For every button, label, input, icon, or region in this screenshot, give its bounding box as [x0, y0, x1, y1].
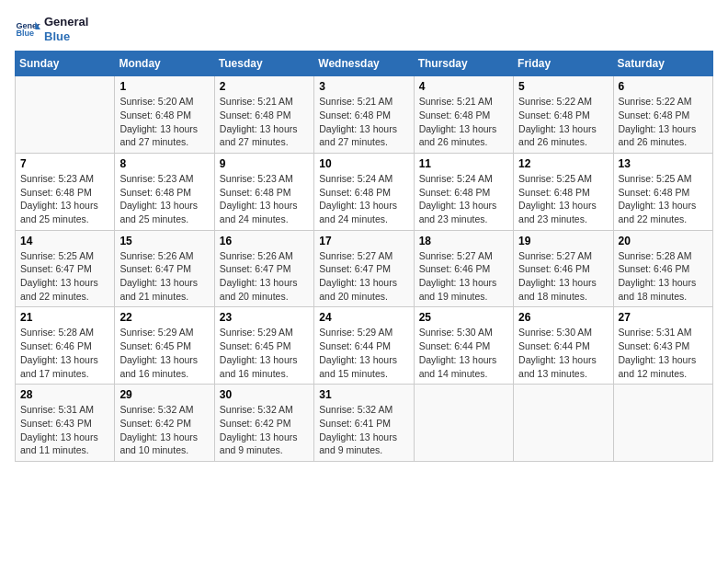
- day-number: 20: [619, 235, 708, 247]
- day-cell: 12Sunrise: 5:25 AMSunset: 6:48 PMDayligh…: [514, 153, 613, 230]
- week-row-2: 7Sunrise: 5:23 AMSunset: 6:48 PMDaylight…: [16, 153, 713, 230]
- day-cell: 23Sunrise: 5:29 AMSunset: 6:45 PMDayligh…: [214, 307, 313, 385]
- day-number: 7: [20, 157, 109, 170]
- day-number: 17: [319, 235, 408, 247]
- weekday-header-thursday: Thursday: [414, 52, 513, 76]
- day-info: Sunrise: 5:32 AMSunset: 6:42 PMDaylight:…: [119, 403, 209, 457]
- logo-text: General Blue: [44, 15, 88, 43]
- day-cell: 11Sunrise: 5:24 AMSunset: 6:48 PMDayligh…: [414, 153, 513, 230]
- day-cell: 17Sunrise: 5:27 AMSunset: 6:47 PMDayligh…: [314, 230, 414, 307]
- day-cell: [16, 76, 115, 154]
- day-info: Sunrise: 5:29 AMSunset: 6:45 PMDaylight:…: [119, 326, 209, 380]
- day-info: Sunrise: 5:27 AMSunset: 6:46 PMDaylight:…: [419, 249, 508, 304]
- day-cell: 22Sunrise: 5:29 AMSunset: 6:45 PMDayligh…: [115, 307, 214, 385]
- day-info: Sunrise: 5:23 AMSunset: 6:48 PMDaylight:…: [119, 172, 209, 226]
- day-info: Sunrise: 5:28 AMSunset: 6:46 PMDaylight:…: [619, 249, 708, 304]
- day-number: 1: [119, 80, 209, 93]
- day-cell: 6Sunrise: 5:22 AMSunset: 6:48 PMDaylight…: [613, 76, 712, 154]
- day-number: 2: [220, 80, 309, 93]
- logo-icon: General Blue: [15, 17, 40, 42]
- day-info: Sunrise: 5:23 AMSunset: 6:48 PMDaylight:…: [20, 172, 109, 226]
- day-info: Sunrise: 5:26 AMSunset: 6:47 PMDaylight:…: [119, 249, 209, 304]
- day-cell: 10Sunrise: 5:24 AMSunset: 6:48 PMDayligh…: [314, 153, 414, 230]
- day-cell: 18Sunrise: 5:27 AMSunset: 6:46 PMDayligh…: [414, 230, 513, 307]
- day-number: 6: [619, 80, 708, 93]
- day-cell: 21Sunrise: 5:28 AMSunset: 6:46 PMDayligh…: [16, 307, 115, 385]
- day-number: 27: [619, 311, 708, 324]
- day-info: Sunrise: 5:21 AMSunset: 6:48 PMDaylight:…: [319, 95, 408, 149]
- day-info: Sunrise: 5:21 AMSunset: 6:48 PMDaylight:…: [220, 95, 309, 149]
- day-cell: 16Sunrise: 5:26 AMSunset: 6:47 PMDayligh…: [214, 230, 313, 307]
- day-number: 18: [419, 235, 508, 247]
- day-cell: 28Sunrise: 5:31 AMSunset: 6:43 PMDayligh…: [16, 385, 115, 462]
- svg-text:Blue: Blue: [16, 29, 34, 38]
- week-row-4: 21Sunrise: 5:28 AMSunset: 6:46 PMDayligh…: [16, 307, 713, 385]
- day-cell: 4Sunrise: 5:21 AMSunset: 6:48 PMDaylight…: [414, 76, 513, 154]
- day-number: 19: [518, 235, 608, 247]
- day-number: 22: [119, 311, 209, 324]
- week-row-1: 1Sunrise: 5:20 AMSunset: 6:48 PMDaylight…: [16, 76, 713, 154]
- day-info: Sunrise: 5:24 AMSunset: 6:48 PMDaylight:…: [319, 172, 408, 226]
- day-number: 12: [518, 157, 608, 170]
- day-cell: [514, 385, 613, 462]
- day-cell: 30Sunrise: 5:32 AMSunset: 6:42 PMDayligh…: [214, 385, 313, 462]
- day-cell: 13Sunrise: 5:25 AMSunset: 6:48 PMDayligh…: [613, 153, 712, 230]
- weekday-header-tuesday: Tuesday: [214, 52, 313, 76]
- day-info: Sunrise: 5:25 AMSunset: 6:48 PMDaylight:…: [518, 172, 608, 226]
- day-cell: 8Sunrise: 5:23 AMSunset: 6:48 PMDaylight…: [115, 153, 214, 230]
- day-cell: [414, 385, 513, 462]
- day-cell: 15Sunrise: 5:26 AMSunset: 6:47 PMDayligh…: [115, 230, 214, 307]
- week-row-3: 14Sunrise: 5:25 AMSunset: 6:47 PMDayligh…: [16, 230, 713, 307]
- header: General Blue General Blue: [15, 15, 713, 43]
- day-number: 13: [619, 157, 708, 170]
- day-number: 14: [20, 235, 109, 247]
- day-number: 24: [319, 311, 408, 324]
- day-number: 9: [220, 157, 309, 170]
- day-info: Sunrise: 5:31 AMSunset: 6:43 PMDaylight:…: [619, 326, 708, 380]
- calendar: SundayMondayTuesdayWednesdayThursdayFrid…: [15, 51, 713, 462]
- day-info: Sunrise: 5:23 AMSunset: 6:48 PMDaylight:…: [220, 172, 309, 226]
- weekday-header-saturday: Saturday: [613, 52, 712, 76]
- day-number: 25: [419, 311, 508, 324]
- day-number: 8: [119, 157, 209, 170]
- day-cell: 14Sunrise: 5:25 AMSunset: 6:47 PMDayligh…: [16, 230, 115, 307]
- weekday-header-monday: Monday: [115, 52, 214, 76]
- day-number: 10: [319, 157, 408, 170]
- day-cell: 25Sunrise: 5:30 AMSunset: 6:44 PMDayligh…: [414, 307, 513, 385]
- day-info: Sunrise: 5:31 AMSunset: 6:43 PMDaylight:…: [20, 403, 109, 457]
- day-cell: 20Sunrise: 5:28 AMSunset: 6:46 PMDayligh…: [613, 230, 712, 307]
- day-info: Sunrise: 5:29 AMSunset: 6:44 PMDaylight:…: [319, 326, 408, 380]
- weekday-header-friday: Friday: [514, 52, 613, 76]
- day-cell: 1Sunrise: 5:20 AMSunset: 6:48 PMDaylight…: [115, 76, 214, 154]
- logo: General Blue General Blue: [15, 15, 88, 43]
- day-info: Sunrise: 5:27 AMSunset: 6:47 PMDaylight:…: [319, 249, 408, 304]
- day-number: 26: [518, 311, 608, 324]
- day-cell: 26Sunrise: 5:30 AMSunset: 6:44 PMDayligh…: [514, 307, 613, 385]
- day-cell: 5Sunrise: 5:22 AMSunset: 6:48 PMDaylight…: [514, 76, 613, 154]
- weekday-header-wednesday: Wednesday: [314, 52, 414, 76]
- day-number: 30: [220, 388, 309, 401]
- day-cell: 3Sunrise: 5:21 AMSunset: 6:48 PMDaylight…: [314, 76, 414, 154]
- day-info: Sunrise: 5:26 AMSunset: 6:47 PMDaylight:…: [220, 249, 309, 304]
- day-info: Sunrise: 5:29 AMSunset: 6:45 PMDaylight:…: [220, 326, 309, 380]
- day-number: 3: [319, 80, 408, 93]
- day-cell: 24Sunrise: 5:29 AMSunset: 6:44 PMDayligh…: [314, 307, 414, 385]
- day-info: Sunrise: 5:28 AMSunset: 6:46 PMDaylight:…: [20, 326, 109, 380]
- day-info: Sunrise: 5:21 AMSunset: 6:48 PMDaylight:…: [419, 95, 508, 149]
- day-info: Sunrise: 5:25 AMSunset: 6:47 PMDaylight:…: [20, 249, 109, 304]
- day-info: Sunrise: 5:32 AMSunset: 6:41 PMDaylight:…: [319, 403, 408, 457]
- day-info: Sunrise: 5:32 AMSunset: 6:42 PMDaylight:…: [220, 403, 309, 457]
- day-info: Sunrise: 5:30 AMSunset: 6:44 PMDaylight:…: [518, 326, 608, 380]
- day-cell: 31Sunrise: 5:32 AMSunset: 6:41 PMDayligh…: [314, 385, 414, 462]
- day-info: Sunrise: 5:22 AMSunset: 6:48 PMDaylight:…: [518, 95, 608, 149]
- day-number: 21: [20, 311, 109, 324]
- day-cell: 9Sunrise: 5:23 AMSunset: 6:48 PMDaylight…: [214, 153, 313, 230]
- day-cell: 2Sunrise: 5:21 AMSunset: 6:48 PMDaylight…: [214, 76, 313, 154]
- day-info: Sunrise: 5:30 AMSunset: 6:44 PMDaylight:…: [419, 326, 508, 380]
- day-cell: 27Sunrise: 5:31 AMSunset: 6:43 PMDayligh…: [613, 307, 712, 385]
- day-number: 11: [419, 157, 508, 170]
- day-cell: 29Sunrise: 5:32 AMSunset: 6:42 PMDayligh…: [115, 385, 214, 462]
- day-info: Sunrise: 5:27 AMSunset: 6:46 PMDaylight:…: [518, 249, 608, 304]
- day-info: Sunrise: 5:20 AMSunset: 6:48 PMDaylight:…: [119, 95, 209, 149]
- day-number: 23: [220, 311, 309, 324]
